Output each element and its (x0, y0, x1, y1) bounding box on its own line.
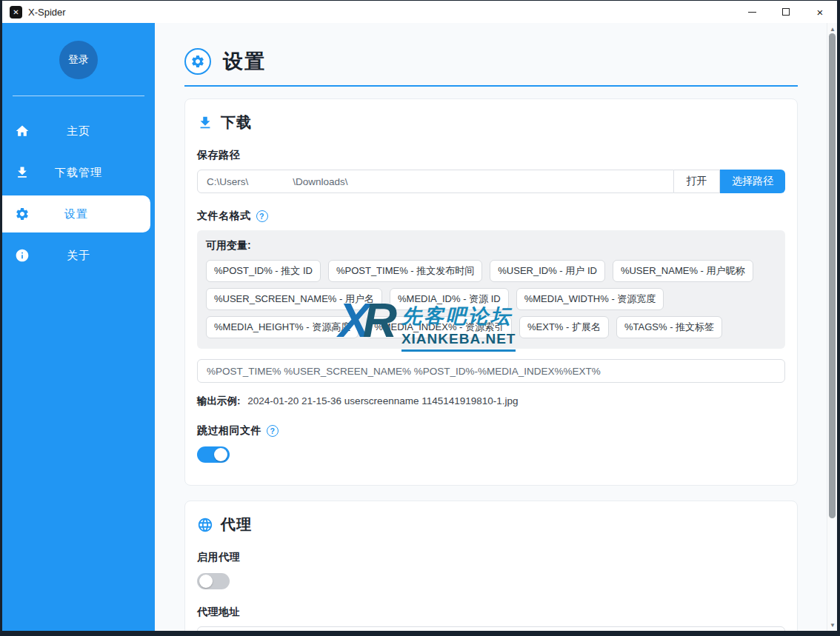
window-controls: × (735, 1, 837, 23)
save-path-label: 保存路径 (197, 149, 785, 162)
sidebar-item-about[interactable]: 关于 (2, 237, 155, 274)
sidebar-item-download-manager[interactable]: 下载管理 (2, 154, 155, 191)
window-title: X-Spider (28, 7, 66, 18)
enable-proxy-toggle[interactable] (197, 573, 230, 589)
login-label: 登录 (68, 53, 89, 67)
sidebar-item-home[interactable]: 主页 (2, 113, 155, 150)
help-icon[interactable]: ? (256, 210, 268, 222)
variable-chip[interactable]: %TAGS% - 推文标签 (616, 316, 722, 338)
variable-chip[interactable]: %MEDIA_WIDTH% - 资源宽度 (516, 288, 664, 310)
skip-same-label: 跳过相同文件 ? (197, 424, 785, 438)
save-path-input[interactable]: C:\Users\ \Downloads\ (197, 170, 674, 193)
toggle-knob (199, 575, 213, 588)
maximize-icon (782, 8, 790, 16)
sidebar-divider (13, 96, 144, 96)
app-logo-icon: ✕ (10, 6, 22, 19)
output-example-label: 输出示例: (197, 395, 241, 406)
info-icon (15, 248, 30, 263)
title-bar: ✕ X-Spider × (2, 1, 837, 23)
open-path-button[interactable]: 打开 (674, 170, 720, 193)
variables-label: 可用变量: (206, 239, 776, 252)
main-panel: 设置 下载 保存路径 C:\Users\ \Downloads\ (155, 23, 837, 631)
close-icon: × (817, 7, 824, 18)
minimize-icon (748, 12, 756, 13)
minimize-button[interactable] (735, 1, 769, 23)
proxy-card: 代理 启用代理 代理地址 http://127.0.0.1:7890 (184, 501, 798, 631)
sidebar-item-settings[interactable]: 设置 (2, 195, 150, 232)
enable-proxy-label: 启用代理 (197, 551, 785, 564)
home-icon (15, 124, 30, 138)
filename-format-label: 文件名格式 ? (197, 210, 785, 223)
page-header: 设置 (184, 48, 798, 75)
vertical-scrollbar[interactable]: ▲ ▼ (827, 23, 837, 631)
app-window: ✕ X-Spider × 登录 主页 (2, 1, 837, 631)
variable-chip[interactable]: %USER_SCREEN_NAME% - 用户名 (206, 288, 382, 310)
gear-circle-icon (184, 48, 211, 75)
download-icon (15, 165, 30, 180)
globe-icon (197, 517, 213, 533)
close-button[interactable]: × (803, 1, 837, 23)
scrollbar-thumb[interactable] (829, 33, 836, 518)
variable-chip[interactable]: %POST_ID% - 推文 ID (206, 260, 321, 282)
variable-chip[interactable]: %USER_NAME% - 用户昵称 (613, 260, 753, 282)
variable-chip[interactable]: %POST_TIME% - 推文发布时间 (328, 260, 482, 282)
skip-same-toggle[interactable] (197, 446, 230, 463)
scroll-down-arrow-icon[interactable]: ▼ (827, 620, 838, 630)
toggle-knob (214, 448, 227, 461)
variable-chip[interactable]: %USER_ID% - 用户 ID (490, 260, 605, 282)
download-icon (197, 115, 213, 131)
proxy-address-input[interactable]: http://127.0.0.1:7890 (197, 626, 785, 631)
filename-format-input[interactable]: %POST_TIME% %USER_SCREEN_NAME% %POST_ID%… (197, 359, 785, 383)
maximize-button[interactable] (769, 1, 803, 23)
output-example: 输出示例: 2024-01-20 21-15-36 userscreenname… (197, 395, 785, 408)
login-avatar[interactable]: 登录 (59, 41, 98, 79)
output-example-value: 2024-01-20 21-15-36 userscreenname 11451… (247, 395, 518, 406)
variable-chip[interactable]: %MEDIA_HEIGHT% - 资源高度 (206, 316, 359, 338)
download-card: 下载 保存路径 C:\Users\ \Downloads\ 打开 选择路径 文件… (184, 98, 798, 486)
scroll-up-arrow-icon[interactable]: ▲ (827, 24, 838, 34)
variable-chip[interactable]: %MEDIA_ID% - 资源 ID (390, 288, 509, 310)
variable-chips: %POST_ID% - 推文 ID %POST_TIME% - 推文发布时间 %… (206, 260, 776, 338)
sidebar-nav: 主页 下载管理 设置 (2, 113, 155, 274)
gear-icon (15, 207, 30, 221)
save-path-row: C:\Users\ \Downloads\ 打开 选择路径 (197, 170, 785, 193)
header-divider (184, 85, 798, 87)
proxy-address-label: 代理地址 (197, 606, 785, 619)
sidebar: 登录 主页 下载管理 (2, 23, 155, 631)
choose-path-button[interactable]: 选择路径 (720, 170, 785, 193)
help-icon[interactable]: ? (267, 425, 279, 437)
variable-chip[interactable]: %EXT% - 扩展名 (519, 316, 609, 338)
variable-chip[interactable]: %MEDIA_INDEX% - 资源索引 (366, 316, 512, 338)
proxy-section-title: 代理 (197, 515, 785, 535)
variables-panel: 可用变量: %POST_ID% - 推文 ID %POST_TIME% - 推文… (197, 230, 785, 349)
download-section-title: 下载 (197, 113, 785, 133)
page-title: 设置 (223, 48, 266, 75)
